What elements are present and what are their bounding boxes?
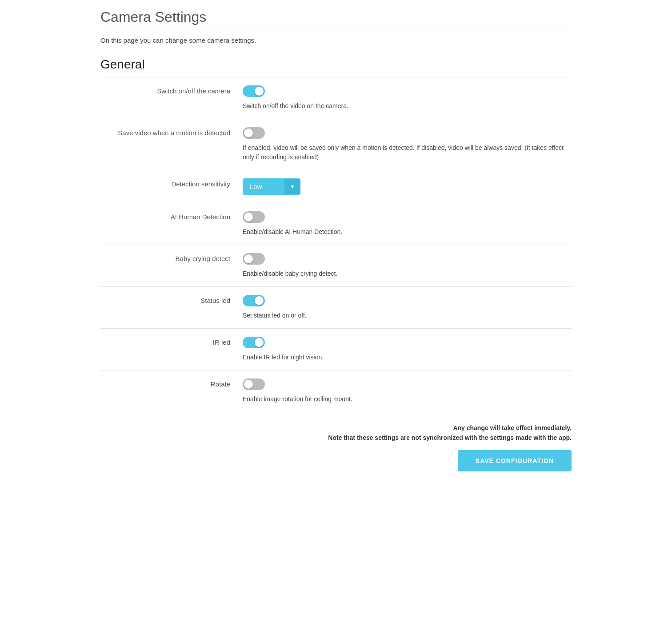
settings-row-baby-crying-detect: Baby crying detectEnable/disable baby cr… [100, 245, 572, 287]
description-status-led: Set status led on or off. [243, 311, 572, 320]
control-save-video-motion: If enabled, video will be saved only whe… [243, 127, 572, 162]
description-ai-human-detection: Enable/disable AI Human Detection. [243, 227, 572, 237]
description-save-video-motion: If enabled, video will be saved only whe… [243, 143, 572, 162]
label-ai-human-detection: AI Human Detection [100, 211, 243, 221]
toggle-slider-status-led [243, 295, 265, 306]
toggle-slider-ai-human-detection [243, 211, 265, 223]
toggle-ir-led[interactable] [243, 337, 265, 348]
settings-row-status-led: Status ledSet status led on or off. [100, 287, 572, 329]
label-status-led: Status led [100, 295, 243, 304]
toggle-slider-save-video-motion [243, 127, 265, 139]
toggle-switch-camera[interactable] [243, 85, 265, 97]
save-button-row: SAVE CONFIGURATION [100, 450, 572, 480]
label-baby-crying-detect: Baby crying detect [100, 253, 243, 262]
toggle-ai-human-detection[interactable] [243, 211, 265, 223]
settings-list: Switch on/off the cameraSwitch on/off th… [100, 77, 572, 412]
toggle-baby-crying-detect[interactable] [243, 253, 265, 265]
page-description: On this page you can change some camera … [100, 36, 572, 44]
label-rotate: Rotate [100, 378, 243, 388]
control-switch-camera: Switch on/off the video on the camera. [243, 85, 572, 111]
toggle-slider-baby-crying-detect [243, 253, 265, 265]
settings-row-ai-human-detection: AI Human DetectionEnable/disable AI Huma… [100, 203, 572, 245]
control-detection-sensitivity: Low▼ [243, 178, 572, 195]
toggle-status-led[interactable] [243, 295, 265, 306]
label-save-video-motion: Save video when a motion is detected [100, 127, 243, 137]
page-title: Camera Settings [100, 9, 572, 25]
toggle-slider-rotate [243, 378, 265, 390]
description-ir-led: Enable IR led for night vision. [243, 353, 572, 362]
control-ir-led: Enable IR led for night vision. [243, 337, 572, 362]
dropdown-detection-sensitivity[interactable]: Low▼ [243, 178, 300, 195]
label-ir-led: IR led [100, 337, 243, 346]
control-baby-crying-detect: Enable/disable baby crying detect. [243, 253, 572, 278]
settings-row-switch-camera: Switch on/off the cameraSwitch on/off th… [100, 77, 572, 119]
toggle-rotate[interactable] [243, 378, 265, 390]
page-divider [100, 29, 572, 29]
description-rotate: Enable image rotation for ceiling mount. [243, 394, 572, 404]
settings-row-rotate: RotateEnable image rotation for ceiling … [100, 370, 572, 412]
toggle-slider-switch-camera [243, 85, 265, 97]
settings-row-ir-led: IR ledEnable IR led for night vision. [100, 329, 572, 370]
label-detection-sensitivity: Detection sensitivity [100, 178, 243, 188]
description-switch-camera: Switch on/off the video on the camera. [243, 101, 572, 111]
settings-row-save-video-motion: Save video when a motion is detectedIf e… [100, 119, 572, 170]
footer-notes: Any change will take effect immediately.… [100, 412, 572, 450]
section-title-general: General [100, 57, 572, 72]
control-status-led: Set status led on or off. [243, 295, 572, 320]
save-configuration-button[interactable]: SAVE CONFIGURATION [458, 450, 572, 471]
toggle-slider-ir-led [243, 337, 265, 348]
footer-note2: Note that these settings are not synchro… [100, 433, 572, 443]
settings-row-detection-sensitivity: Detection sensitivityLow▼ [100, 170, 572, 203]
label-switch-camera: Switch on/off the camera [100, 85, 243, 95]
dropdown-value-detection-sensitivity: Low [243, 178, 284, 195]
description-baby-crying-detect: Enable/disable baby crying detect. [243, 269, 572, 278]
control-ai-human-detection: Enable/disable AI Human Detection. [243, 211, 572, 237]
footer-note1: Any change will take effect immediately. [100, 423, 572, 433]
dropdown-arrow-icon: ▼ [284, 179, 300, 194]
control-rotate: Enable image rotation for ceiling mount. [243, 378, 572, 404]
toggle-save-video-motion[interactable] [243, 127, 265, 139]
